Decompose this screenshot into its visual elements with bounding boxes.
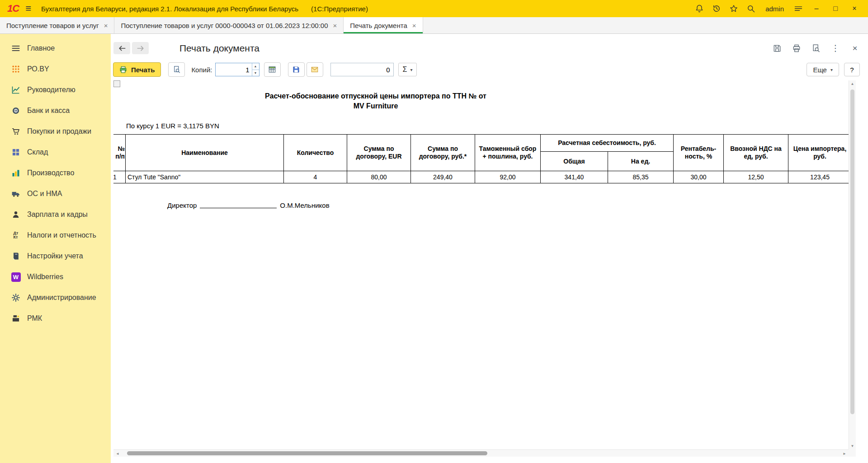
save-file-button[interactable]: [288, 62, 305, 77]
col-header-cost-total: Общая: [541, 152, 608, 171]
help-button[interactable]: ?: [844, 63, 860, 76]
sidebar-item-wildberries[interactable]: W Wildberries: [0, 267, 111, 287]
document-title: Расчет-обоснование отпускной цены импорт…: [113, 91, 638, 111]
sidebar-item-rukovoditelyu[interactable]: Руководителю: [0, 80, 111, 100]
sidebar-item-nastroyki-ucheta[interactable]: Настройки учета: [0, 246, 111, 267]
tab-close-icon[interactable]: ×: [412, 22, 416, 29]
notifications-bell-icon[interactable]: [694, 3, 705, 14]
close-window-button[interactable]: ×: [848, 5, 861, 13]
warehouse-icon: [11, 147, 21, 157]
spin-down-icon[interactable]: ▼: [252, 70, 259, 76]
horizontal-scrollbar[interactable]: ◄ ►: [113, 449, 849, 457]
sidebar-item-label: Производство: [27, 169, 74, 177]
scrollbar-corner: [849, 449, 856, 457]
tab-label: Печать документа: [350, 22, 407, 29]
cell-price: 123,45: [788, 171, 849, 183]
sum-field[interactable]: [330, 63, 394, 76]
signature-position: Директор: [167, 201, 197, 209]
window-title: Бухгалтерия для Беларуси, редакция 2.1. …: [41, 5, 298, 13]
scroll-up-icon[interactable]: ▲: [849, 82, 856, 86]
user-menu-icon[interactable]: [793, 3, 804, 14]
spin-up-icon[interactable]: ▲: [252, 63, 259, 70]
sidebar-item-administrirovanie[interactable]: Администрирование: [0, 287, 111, 308]
back-button[interactable]: [113, 42, 130, 54]
col-header-name: Наименование: [126, 135, 284, 171]
tab-receipt-document[interactable]: Поступление товаров и услуг 0000-000043 …: [114, 17, 344, 33]
history-icon[interactable]: [711, 3, 722, 14]
person-icon: [11, 210, 21, 220]
sidebar-item-label: Wildberries: [27, 273, 63, 281]
tab-close-icon[interactable]: ×: [333, 22, 337, 29]
sidebar-item-os-i-nma[interactable]: ОС и НМА: [0, 183, 111, 204]
sidebar-item-label: РМК: [27, 314, 42, 323]
form-header-icons: ⋮ ×: [772, 43, 860, 53]
maximize-button[interactable]: □: [829, 5, 842, 13]
send-email-button[interactable]: [307, 62, 323, 77]
col-header-price: Цена импортера, руб.: [788, 135, 849, 171]
sum-function-button[interactable]: Σ ▾: [398, 63, 417, 76]
cell-sum-rub: 249,40: [411, 171, 475, 183]
scroll-down-icon[interactable]: ▼: [849, 444, 856, 448]
scroll-left-icon[interactable]: ◄: [116, 451, 119, 455]
sidebar-item-nalogi-i-otchetnost[interactable]: ДтКт Налоги и отчетность: [0, 225, 111, 246]
tab-label: Поступление товаров и услуг 0000-000043 …: [121, 22, 328, 29]
sidebar-item-rmk[interactable]: РМК: [0, 308, 111, 329]
current-user[interactable]: admin: [765, 5, 784, 13]
exchange-rate-line: По курсу 1 EUR = 3,1175 BYN: [126, 122, 849, 130]
horizontal-scroll-thumb[interactable]: [127, 451, 487, 455]
search-icon[interactable]: [745, 3, 756, 14]
favorites-star-icon[interactable]: [728, 3, 739, 14]
print-button[interactable]: Печать: [113, 62, 161, 77]
tab-print-document[interactable]: Печать документа ×: [344, 17, 423, 33]
preview-button[interactable]: [168, 62, 185, 77]
hamburger-menu-icon[interactable]: ≡: [25, 4, 31, 14]
sidebar-item-glavnoe[interactable]: Главное: [0, 38, 111, 59]
dt-kt-icon: ДтКт: [11, 230, 21, 240]
more-button[interactable]: Еще ▾: [807, 63, 839, 76]
tab-label: Поступление товаров и услуг: [6, 22, 99, 29]
window-title-suffix: (1С:Предприятие): [311, 5, 368, 13]
sidebar-item-bank-i-kassa[interactable]: Банк и касса: [0, 100, 111, 121]
vertical-scroll-thumb[interactable]: [850, 89, 854, 414]
sidebar-item-pokupki-i-prodazhi[interactable]: Покупки и продажи: [0, 121, 111, 142]
close-form-icon[interactable]: ×: [850, 43, 860, 53]
spreadsheet-corner-cell[interactable]: [113, 80, 120, 87]
document-body: Расчет-обоснование отпускной цены импорт…: [113, 80, 849, 209]
help-button-label: ?: [850, 66, 854, 74]
col-header-cost-unit: На ед.: [608, 152, 674, 171]
sidebar-item-label: Склад: [27, 148, 48, 156]
page-title: Печать документа: [179, 43, 259, 54]
content-area: Печать документа ⋮ × П: [111, 34, 868, 463]
select-tables-button[interactable]: [264, 62, 281, 77]
save-icon[interactable]: [772, 43, 782, 53]
print-icon[interactable]: [792, 43, 802, 53]
copies-spinner: ▲ ▼: [215, 63, 259, 76]
book-icon: [11, 251, 21, 261]
print-toolbar: Печать Копий: ▲ ▼: [111, 59, 868, 80]
scroll-right-icon[interactable]: ►: [843, 451, 846, 455]
preview-icon[interactable]: [811, 43, 821, 53]
cart-icon: [11, 126, 21, 136]
forward-button[interactable]: [132, 42, 149, 54]
cash-register-icon: [11, 313, 21, 323]
chevron-down-icon: ▾: [410, 67, 412, 72]
more-menu-icon[interactable]: ⋮: [830, 43, 840, 53]
sidebar-item-zarplata-i-kadry[interactable]: Зарплата и кадры: [0, 204, 111, 225]
copies-input[interactable]: [216, 63, 252, 76]
sidebar-item-po-by[interactable]: РО.BY: [0, 59, 111, 80]
minimize-button[interactable]: –: [810, 5, 823, 13]
1c-logo: 1С: [7, 3, 19, 14]
vertical-scrollbar[interactable]: ▲ ▼: [849, 80, 856, 449]
cell-margin: 30,00: [674, 171, 724, 183]
tab-receipt-list[interactable]: Поступление товаров и услуг ×: [0, 17, 114, 33]
sidebar-item-label: Банк и касса: [27, 107, 70, 115]
sigma-icon: Σ: [403, 65, 407, 74]
sidebar-item-sklad[interactable]: Склад: [0, 142, 111, 163]
tab-close-icon[interactable]: ×: [104, 22, 108, 29]
production-icon: [11, 168, 21, 178]
chart-icon: [11, 85, 21, 95]
sidebar-item-proizvodstvo[interactable]: Производство: [0, 163, 111, 183]
col-header-sum-eur: Сумма по договору, EUR: [347, 135, 411, 171]
menu-icon: [11, 43, 21, 53]
col-header-qty: Количество: [284, 135, 347, 171]
